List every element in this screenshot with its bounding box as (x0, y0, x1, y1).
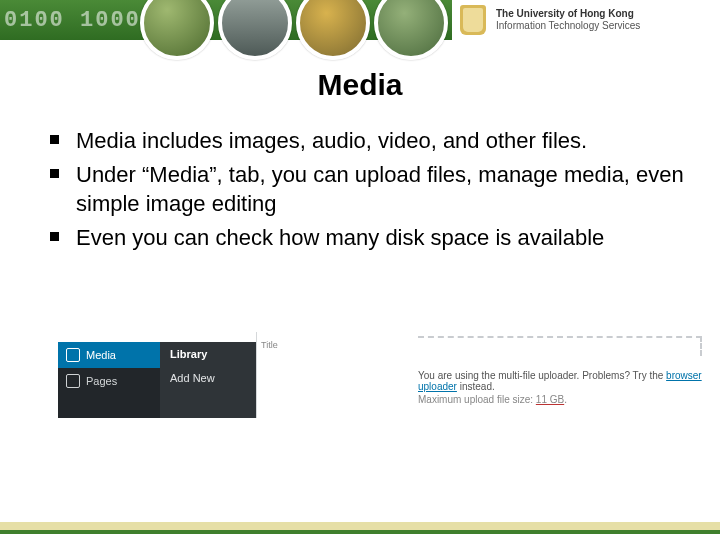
org-name: The University of Hong Kong (496, 8, 640, 20)
wp-submenu: Library Add New (160, 342, 256, 418)
header-banner: 0100 10001 The University of Hong Kong I… (0, 0, 720, 40)
upload-panel: You are using the multi-file uploader. P… (418, 336, 702, 430)
org-block: The University of Hong Kong Information … (452, 0, 720, 40)
sidebar-item-media[interactable]: Media (58, 342, 160, 368)
screenshot-row: Media Pages Library Add New Title You ar… (58, 342, 702, 462)
dropzone-border (418, 336, 702, 356)
upload-size-value: 11 GB (536, 394, 564, 405)
sidebar-item-pages[interactable]: Pages (58, 368, 160, 394)
list-item: Even you can check how many disk space i… (50, 223, 692, 253)
submenu-library[interactable]: Library (160, 342, 256, 366)
shield-icon (460, 5, 486, 35)
upload-limit: Maximum upload file size: 11 GB. (418, 394, 567, 405)
table-fragment: Title (256, 332, 269, 418)
decor-circle (140, 0, 214, 60)
decor-circle (374, 0, 448, 60)
page-title: Media (0, 68, 720, 102)
wp-admin-menu: Media Pages (58, 342, 160, 418)
sidebar-item-label: Pages (86, 375, 117, 387)
submenu-addnew[interactable]: Add New (160, 366, 256, 390)
footer-stripe (0, 522, 720, 530)
media-icon (66, 348, 80, 362)
pages-icon (66, 374, 80, 388)
sidebar-item-label: Media (86, 349, 116, 361)
list-item: Media includes images, audio, video, and… (50, 126, 692, 156)
uploader-hint: You are using the multi-file uploader. P… (418, 370, 702, 392)
decor-circle (218, 0, 292, 60)
list-item: Under “Media”, tab, you can upload files… (50, 160, 692, 219)
bullet-list: Media includes images, audio, video, and… (50, 126, 692, 253)
table-header: Title (261, 340, 278, 350)
binary-decor: 0100 10001 (0, 0, 156, 40)
org-dept: Information Technology Services (496, 20, 640, 32)
footer-stripe (0, 530, 720, 534)
decor-circle (296, 0, 370, 60)
